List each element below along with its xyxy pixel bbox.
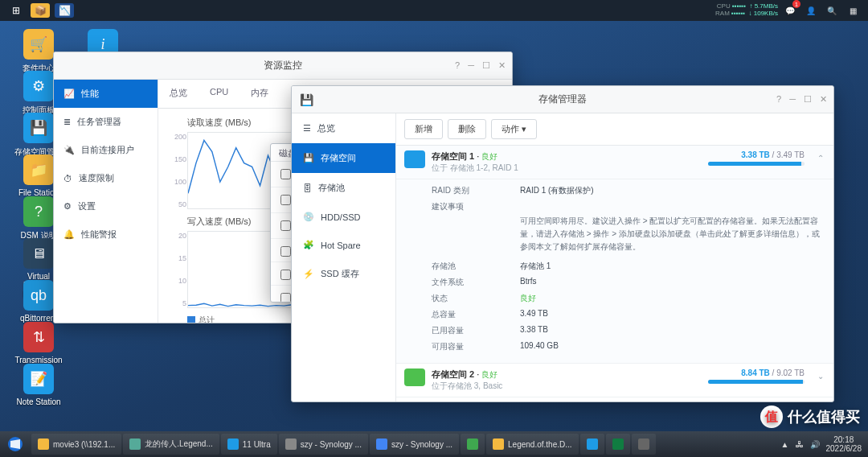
volume-list: 存储空间 1 · 良好 位于 存储池 1-2, RAID 1 3.38 TB /… <box>396 146 833 401</box>
sm-sidebar: ☰总览💾存储空间🗄存储池💿HDD/SSD🧩Hot Spare⚡SSD 缓存 <box>292 113 396 401</box>
chevron-down-icon[interactable]: ⌄ <box>817 372 824 381</box>
sidebar-item[interactable]: ≣任务管理器 <box>54 108 158 136</box>
watermark: 值 什么值得买 <box>760 406 860 428</box>
help-icon[interactable]: ? <box>776 94 781 105</box>
sidebar-item[interactable]: 🔌目前连接用户 <box>54 136 158 164</box>
windows-taskbar: movie3 (\\192.1...龙的传人.Legend...11 Ultra… <box>0 431 868 457</box>
taskbar-item[interactable] <box>632 434 656 455</box>
volume-details: RAID 类别RAID 1 (有数据保护) 建议事项 可用空间即将用尽。建议进入… <box>396 179 833 364</box>
volume-icon <box>404 150 425 168</box>
checkbox[interactable] <box>280 270 291 280</box>
dsm-topbar: ⊞ 📦 📉 CPU ▪▪▪▪▪▪ ↑ 5.7MB/s RAM ▪▪▪▪▪▪ ↓ … <box>0 0 868 21</box>
volume-row[interactable]: 存储空间 3 · 良好 位于存储池 4, Basic 7.61 TB / 9.0… <box>396 397 833 401</box>
sm-toolbar: 新增 删除 动作 ▾ <box>396 113 833 146</box>
desktop-icon[interactable]: 📝Note Station <box>14 364 63 406</box>
rm-sidebar: 📈性能≣任务管理器🔌目前连接用户⏱速度限制⚙设置🔔性能警报 <box>54 80 158 323</box>
clock[interactable]: 20:18 2022/6/28 <box>826 435 862 453</box>
sidebar-item[interactable]: ⚡SSD 缓存 <box>292 259 395 289</box>
sidebar-item[interactable]: 📈性能 <box>54 80 158 108</box>
search-icon[interactable]: 🔍 <box>823 2 841 19</box>
sidebar-item[interactable]: 💿HDD/SSD <box>292 203 395 231</box>
chat-icon[interactable]: 💬1 <box>781 2 799 19</box>
monitor-icon[interactable]: 📉 <box>55 3 74 18</box>
tab[interactable]: CPU <box>199 80 240 108</box>
maximize-icon[interactable]: ☐ <box>804 94 812 105</box>
sidebar-item[interactable]: ⚙设置 <box>54 192 158 220</box>
network-icon[interactable]: 🖧 <box>796 440 804 449</box>
volume-row[interactable]: 存储空间 1 · 良好 位于 存储池 1-2, RAID 1 3.38 TB /… <box>396 146 833 179</box>
sidebar-item[interactable]: 🔔性能警报 <box>54 220 158 249</box>
taskbar-item[interactable]: movie3 (\\192.1... <box>31 434 121 455</box>
usage-meter: 3.38 TB / 3.49 TB <box>708 150 805 166</box>
tray-icon[interactable]: ▲ <box>781 440 789 449</box>
minimize-icon[interactable]: ─ <box>468 60 474 71</box>
taskbar-item[interactable]: szy - Synology ... <box>370 434 459 455</box>
checkbox[interactable] <box>280 246 291 257</box>
sidebar-item[interactable]: ⏱速度限制 <box>54 164 158 192</box>
taskbar-item[interactable]: szy - Synology ... <box>279 434 368 455</box>
sidebar-item[interactable]: 💾存储空间 <box>292 143 395 173</box>
taskbar-item[interactable]: 11 Ultra <box>221 434 277 455</box>
system-stats: CPU ▪▪▪▪▪▪ ↑ 5.7MB/s RAM ▪▪▪▪▪▪ ↓ 109KB/… <box>715 3 778 18</box>
sidebar-item[interactable]: ☰总览 <box>292 113 395 143</box>
taskbar-item[interactable]: 龙的传人.Legend... <box>123 434 219 455</box>
action-dropdown[interactable]: 动作 ▾ <box>491 119 537 139</box>
checkbox[interactable] <box>280 220 291 231</box>
close-icon[interactable]: ✕ <box>498 60 506 71</box>
close-icon[interactable]: ✕ <box>820 94 827 105</box>
package-icon[interactable]: 📦 <box>31 3 50 18</box>
window-title: 存储管理器 <box>538 93 587 106</box>
user-icon[interactable]: 👤 <box>802 2 820 19</box>
maximize-icon[interactable]: ☐ <box>482 60 490 71</box>
app-icon: 💾 <box>300 93 313 106</box>
sidebar-item[interactable]: 🗄存储池 <box>292 173 395 203</box>
add-button[interactable]: 新增 <box>404 119 443 139</box>
desktop: ⊞ 📦 📉 CPU ▪▪▪▪▪▪ ↑ 5.7MB/s RAM ▪▪▪▪▪▪ ↓ … <box>0 0 868 457</box>
volume-icon <box>404 368 425 386</box>
chevron-up-icon[interactable]: ⌃ <box>817 154 824 163</box>
start-button[interactable] <box>0 431 31 457</box>
storage-manager-window: 💾 存储管理器 ? ─ ☐ ✕ ☰总览💾存储空间🗄存储池💿HDD/SSD🧩Hot… <box>291 85 834 402</box>
taskbar-item[interactable] <box>580 434 604 455</box>
taskbar-item[interactable]: Legend.of.the.D... <box>486 434 579 455</box>
desktop-icon[interactable]: ⇅Transmission <box>14 322 63 364</box>
checkbox[interactable] <box>280 169 291 179</box>
sidebar-item[interactable]: 🧩Hot Spare <box>292 231 395 259</box>
tab[interactable]: 总览 <box>158 80 199 108</box>
delete-button[interactable]: 删除 <box>448 119 486 139</box>
minimize-icon[interactable]: ─ <box>789 94 796 105</box>
checkbox[interactable] <box>280 195 291 205</box>
taskbar-item[interactable] <box>461 434 485 455</box>
widgets-icon[interactable]: ▦ <box>844 2 862 19</box>
watermark-icon: 值 <box>760 406 783 428</box>
speaker-icon[interactable]: 🔊 <box>810 440 820 449</box>
tab[interactable]: 内存 <box>240 80 280 108</box>
apps-icon[interactable]: ⊞ <box>6 3 26 18</box>
checkbox[interactable] <box>280 293 291 303</box>
taskbar-item[interactable] <box>606 434 630 455</box>
volume-row[interactable]: 存储空间 2 · 良好 位于存储池 3, Basic 8.84 TB / 9.0… <box>396 364 833 397</box>
window-title: 资源监控 <box>264 59 302 72</box>
help-icon[interactable]: ? <box>455 60 460 71</box>
system-tray: ▲ 🖧 🔊 20:18 2022/6/28 <box>781 435 868 453</box>
